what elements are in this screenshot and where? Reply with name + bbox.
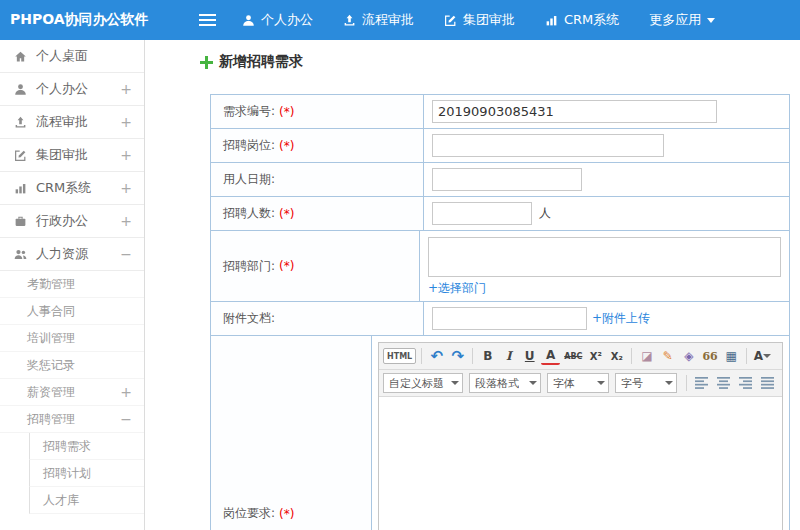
label-text: 招聘人数: [223, 205, 275, 222]
upload-attachment-link[interactable]: +附件上传 [592, 310, 650, 327]
align-right-button[interactable] [739, 377, 753, 389]
nav-item-label: CRM系统 [564, 11, 619, 29]
sidebar-item-label: 招聘需求 [43, 438, 91, 455]
align-center-button[interactable] [717, 377, 731, 389]
page-title-row: 新增招聘需求 [200, 52, 800, 72]
nav-item-label: 个人办公 [261, 11, 313, 29]
attachment-input[interactable] [432, 307, 587, 330]
caret-down-icon [597, 381, 605, 389]
redo-button[interactable]: ↷ [448, 346, 467, 366]
hamburger-bars [199, 19, 216, 21]
sidebar-item[interactable]: 人事合同 [0, 298, 144, 325]
user-icon [14, 83, 27, 96]
editor-content-area[interactable] [379, 397, 782, 530]
form-row-date: 用人日期: [211, 163, 789, 197]
subscript-button[interactable]: X₂ [607, 346, 626, 366]
text-color-button[interactable]: A [752, 346, 773, 366]
sidebar-item[interactable]: 招聘需求 [29, 433, 144, 460]
sidebar-item[interactable]: CRM系统+ [0, 172, 144, 205]
align-left-button[interactable] [695, 377, 709, 389]
select-label: 字号 [621, 376, 643, 391]
briefcase-icon [14, 215, 27, 228]
caret-down-icon [763, 354, 771, 362]
sidebar-item-label: 培训管理 [27, 330, 75, 347]
field-label: 需求编号: (*) [211, 95, 424, 128]
flow-icon [343, 14, 356, 27]
sidebar-item-label: 招聘计划 [43, 465, 91, 482]
sidebar-item[interactable]: 集团审批+ [0, 139, 144, 172]
sidebar-item[interactable]: 培训管理 [0, 325, 144, 352]
nav-item-label: 流程审批 [362, 11, 414, 29]
required-mark: (*) [279, 507, 294, 521]
font-color-button[interactable]: A [541, 348, 560, 365]
label-text: 招聘岗位: [223, 137, 275, 154]
format-brush-button[interactable]: ✎ [658, 346, 677, 366]
people-icon [14, 248, 27, 261]
sidebar-item-label: 个人办公 [36, 80, 88, 98]
bold-button[interactable]: B [478, 346, 497, 366]
heading-select[interactable]: 自定义标题 [383, 373, 463, 393]
sidebar-item[interactable]: 薪资管理+ [0, 379, 144, 406]
page-title: 新增招聘需求 [219, 53, 303, 71]
sidebar-item-label: 人力资源 [36, 245, 88, 263]
app-logo: PHPOA协同办公软件 [0, 11, 185, 29]
expander-icon[interactable]: + [120, 115, 132, 129]
field-value: 人 [424, 197, 789, 230]
user-icon [242, 14, 255, 27]
expander-icon[interactable]: + [120, 385, 132, 399]
sidebar-item[interactable]: 个人桌面 [0, 40, 144, 73]
italic-button[interactable]: I [499, 346, 518, 366]
table-button[interactable]: ▦ [722, 346, 741, 366]
sidebar-item[interactable]: 招聘管理− [0, 406, 144, 433]
blockquote-button[interactable]: 66 [700, 346, 719, 366]
sidebar-item[interactable]: 流程审批+ [0, 106, 144, 139]
paragraph-select[interactable]: 段落格式 [469, 373, 541, 393]
caret-down-icon [529, 381, 537, 389]
request-number-input[interactable] [432, 100, 717, 123]
palette-button[interactable]: ◈ [679, 346, 698, 366]
nav-item[interactable]: 流程审批 [343, 11, 414, 29]
sidebar-item[interactable]: 考勤管理 [0, 271, 144, 298]
size-select[interactable]: 字号 [615, 373, 677, 393]
form-row-headcount: 招聘人数: (*) 人 [211, 197, 789, 231]
required-mark: (*) [279, 139, 294, 153]
superscript-button[interactable]: X² [586, 346, 605, 366]
edit-icon [14, 149, 27, 162]
field-label: 附件文档: [211, 302, 424, 335]
expander-icon[interactable]: + [120, 82, 132, 96]
align-justify-button[interactable] [761, 377, 775, 389]
recruitment-request-form: 需求编号: (*) 招聘岗位: (*) 用人日期: [210, 94, 790, 530]
source-code-button[interactable]: HTML [383, 348, 416, 364]
rich-text-editor: HTML↶↷BIUAABCX²X₂◪✎◈66▦A 自定义标题段落格式字体字号 [378, 342, 783, 530]
nav-item[interactable]: 个人办公 [242, 11, 313, 29]
expander-icon[interactable]: + [120, 214, 132, 228]
position-input[interactable] [432, 134, 664, 157]
underline-button[interactable]: U [520, 346, 539, 366]
editor-toolbar-row1: HTML↶↷BIUAABCX²X₂◪✎◈66▦A [379, 343, 782, 370]
expander-icon[interactable]: + [120, 148, 132, 162]
department-textarea[interactable] [428, 237, 781, 277]
font-select[interactable]: 字体 [547, 373, 609, 393]
nav-item[interactable]: CRM系统 [545, 11, 619, 29]
nav-item[interactable]: 更多应用 [649, 11, 715, 29]
headcount-input[interactable] [432, 202, 532, 225]
eraser-button[interactable]: ◪ [637, 346, 656, 366]
expander-icon[interactable]: + [120, 181, 132, 195]
strikethrough-button[interactable]: ABC [562, 346, 584, 366]
expander-icon[interactable]: − [120, 247, 132, 261]
sidebar-item[interactable]: 人力资源− [0, 238, 144, 271]
sidebar-item[interactable]: 行政办公+ [0, 205, 144, 238]
field-value: +附件上传 [424, 302, 789, 335]
hiring-date-input[interactable] [432, 168, 582, 191]
undo-button[interactable]: ↶ [427, 346, 446, 366]
nav-item[interactable]: 集团审批 [444, 11, 515, 29]
sidebar-item[interactable]: 招聘计划 [29, 460, 144, 487]
field-label: 招聘岗位: (*) [211, 129, 424, 162]
sidebar-item[interactable]: 奖惩记录 [0, 352, 144, 379]
sidebar-item[interactable]: 个人办公+ [0, 73, 144, 106]
sidebar-item[interactable]: 人才库 [29, 487, 144, 514]
expander-icon[interactable]: − [120, 412, 132, 426]
menu-icon[interactable] [199, 10, 216, 30]
select-department-link[interactable]: +选择部门 [428, 280, 486, 297]
top-nav: 个人办公流程审批集团审批CRM系统更多应用 [242, 11, 745, 29]
